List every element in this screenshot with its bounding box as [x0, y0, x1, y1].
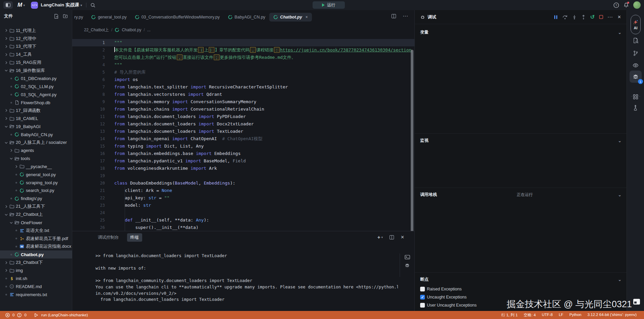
tree-folder[interactable]: 19_BabyAGI [0, 123, 72, 131]
panel-toggle-button[interactable] [3, 1, 13, 9]
tree-file[interactable]: $init.sh [0, 275, 72, 283]
tree-file[interactable]: 01_DBCreation.py [0, 75, 72, 83]
editor-scrollbar[interactable] [411, 50, 413, 231]
status-item[interactable]: 3.12.2 64-bit ('shims': pyenv) [588, 313, 637, 318]
tree-folder[interactable]: 22_Chatbot上 [0, 210, 72, 218]
errors-icon[interactable] [5, 313, 10, 317]
split-editor-icon[interactable] [391, 13, 396, 18]
terminal-icon[interactable] [405, 255, 410, 260]
tree-file[interactable]: 02_SQL_LLM.py [0, 83, 72, 91]
editor-tab[interactable]: 03_ConversationBufferWindowMemory.py [131, 13, 224, 22]
tree-folder[interactable]: 15_RAG应用 [0, 58, 72, 67]
status-item[interactable]: 空格: 4 [524, 313, 536, 318]
code-editor[interactable]: 1"""2本文件是【易速鲜花聊天客服机器人的开发（上）】章节的配套代码，课程链接… [72, 34, 414, 231]
tree-file[interactable]: findbigV.py [0, 195, 72, 203]
tree-folder[interactable]: tools [0, 155, 72, 163]
pause-icon[interactable] [554, 15, 558, 19]
tree-folder[interactable]: __pycache__ [0, 163, 72, 171]
breadcrumb-item[interactable]: 22_Chatbot上 [84, 27, 109, 33]
tree-file[interactable]: FlowerShop.db [0, 98, 72, 107]
editor-tab[interactable]: general_tool.py [87, 13, 130, 22]
tree-file[interactable]: Chatbot.py [0, 250, 72, 258]
chevron-down-icon[interactable]: ⌄ [618, 138, 621, 143]
debug-run-icon[interactable] [34, 313, 39, 317]
new-folder-icon[interactable] [63, 14, 68, 19]
breadcrumb[interactable]: 22_Chatbot上/Chatbot.py/... [84, 26, 151, 34]
editor-tab[interactable]: BabyAGI_CN.py [224, 13, 270, 22]
chevron-down-icon[interactable]: ⌄ [618, 277, 621, 282]
grid-activity-button[interactable] [627, 94, 644, 99]
tree-file[interactable]: general_tool.py [0, 170, 72, 178]
split-editor-icon[interactable] [389, 235, 394, 240]
help-icon[interactable]: ? [613, 2, 619, 8]
tree-folder[interactable]: img [0, 267, 72, 275]
tree-file[interactable]: 易速鲜花员工手册.pdf [0, 235, 72, 243]
step-over-icon[interactable] [562, 15, 568, 19]
debug-activity-button[interactable]: 1 [630, 71, 642, 83]
ai-assistant-button[interactable]: AI [631, 15, 641, 34]
search-icon[interactable] [90, 3, 95, 8]
tab-close-icon[interactable]: × [306, 15, 308, 19]
step-out-icon[interactable] [581, 15, 586, 19]
step-into-icon[interactable] [572, 15, 577, 19]
tree-file[interactable]: requirements.txt [0, 290, 72, 298]
tree-folder[interactable]: 17_回调函数 [0, 107, 72, 115]
tree-folder[interactable]: 18_CAMEL [0, 115, 72, 123]
tree-folder[interactable]: 21_人脉工具下 [0, 203, 72, 211]
editor-tab[interactable]: Chatbot.py× [269, 13, 312, 22]
plus-icon[interactable]: +▾ [377, 234, 383, 240]
eye-activity-button[interactable] [627, 63, 644, 68]
run-config-label[interactable]: run (LangChain-shizhanke) [41, 313, 88, 317]
tree-folder[interactable]: 13_代理下 [0, 43, 72, 51]
tree-folder[interactable]: 20_人脉工具上 / socializer [0, 138, 72, 147]
workspace-title[interactable]: LangChain 实战课 [41, 2, 79, 8]
tree-folder[interactable]: OneFlower [0, 218, 72, 227]
breakpoint-checkbox[interactable]: ✓ [420, 295, 425, 300]
chevron-down-icon[interactable]: ⌄ [618, 30, 621, 35]
git-branch-activity-button[interactable] [627, 50, 644, 56]
stop-icon[interactable] [599, 15, 603, 19]
tree-file[interactable]: 03_SQL_Agent.py [0, 90, 72, 98]
tree-file[interactable]: search_tool.py [0, 187, 72, 195]
status-item[interactable]: UTF-8 [542, 313, 553, 318]
app-logo[interactable]: M [17, 2, 22, 8]
file-search-activity-button[interactable] [627, 38, 644, 43]
editor-tab[interactable]: ry.py [72, 13, 87, 22]
workspace-chevron-icon[interactable]: ▾ [80, 3, 82, 7]
breadcrumb-item[interactable]: Chatbot.py [122, 28, 141, 32]
status-item[interactable]: 行 1, 列 1 [501, 313, 518, 318]
tree-file[interactable]: ?README.md [0, 283, 72, 291]
restart-icon[interactable]: ↺ [590, 14, 595, 20]
tree-folder[interactable]: agents [0, 147, 72, 155]
breakpoint-checkbox[interactable] [420, 287, 425, 291]
bug-icon[interactable] [405, 263, 410, 268]
notifications-bell-icon[interactable] [623, 2, 629, 8]
avatar[interactable] [633, 1, 641, 9]
tree-folder[interactable]: 11_代理上 [0, 27, 72, 35]
status-item[interactable]: LF [559, 313, 563, 318]
tree-folder[interactable]: 14_工具 [0, 50, 72, 58]
flask-activity-button[interactable] [627, 105, 644, 111]
tree-folder[interactable]: 23_Chatbot下 [0, 258, 72, 267]
console-tab[interactable]: 终端 [127, 233, 142, 242]
logo-chevron-icon[interactable]: ▾ [23, 3, 25, 7]
breadcrumb-item[interactable]: ... [147, 28, 151, 32]
close-icon[interactable]: ✕ [401, 235, 404, 240]
tree-folder[interactable]: 16_操作数据库 [0, 67, 72, 75]
tree-file[interactable]: BabyAGI_CN.py [0, 130, 72, 138]
breakpoint-checkbox[interactable] [420, 303, 425, 308]
tree-file[interactable]: scraping_tool.py [0, 178, 72, 187]
tree-file[interactable]: 花语大全.txt [0, 227, 72, 235]
console-tab[interactable]: 调试控制台 [94, 233, 122, 242]
tree-file[interactable]: W易速鲜花运营指南.docx [0, 243, 72, 251]
more-icon[interactable]: ··· [403, 13, 408, 18]
terminal-output[interactable]: >> from langchain.document_loaders impor… [95, 253, 398, 303]
warnings-icon[interactable] [17, 313, 22, 317]
close-icon[interactable]: ✕ [617, 14, 621, 19]
status-item[interactable]: Python [569, 313, 581, 318]
chevron-down-icon[interactable]: ⌄ [618, 192, 621, 197]
new-file-icon[interactable] [54, 14, 59, 19]
more-icon[interactable]: ··· [608, 14, 613, 19]
tree-folder[interactable]: 12_代理中 [0, 35, 72, 43]
run-button[interactable]: 运行 [313, 1, 345, 9]
